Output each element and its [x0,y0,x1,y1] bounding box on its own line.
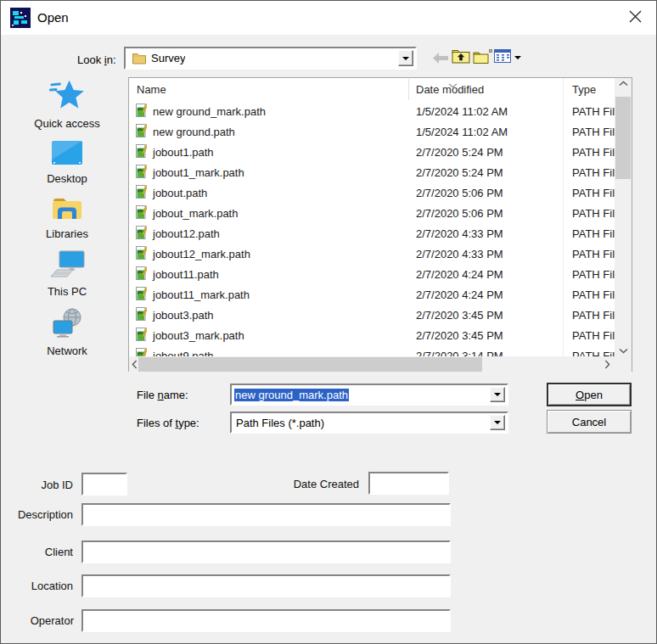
date-created-field[interactable] [368,472,449,495]
folder-icon [132,52,147,64]
vertical-scroll-thumb[interactable] [615,97,631,179]
files-of-type-label: Files of type: [137,417,199,429]
job-id-field[interactable] [81,473,127,496]
up-one-level-button[interactable] [452,48,470,67]
back-arrow-icon [431,52,450,68]
description-field[interactable] [81,503,451,526]
file-name-cell: jobout11_mark.path [153,288,250,301]
places-sidebar: Quick access Desktop Libraries This PC N… [21,79,113,357]
quick-access-icon [49,79,85,115]
file-row[interactable]: jobout3_mark.path 2/7/2020 3:45 PM PATH … [129,325,615,345]
close-button[interactable] [622,6,648,30]
location-field[interactable] [81,574,451,597]
file-row[interactable]: jobout_mark.path 2/7/2020 5:06 PM PATH F… [129,203,615,223]
path-file-icon [136,328,147,344]
client-field[interactable] [81,540,451,563]
new-folder-button[interactable] [473,48,493,68]
file-date-cell: 2/7/2020 5:24 PM [408,146,563,159]
file-name-cell: jobout12.path [153,227,220,240]
files-of-type-dropdown-button[interactable] [490,415,505,430]
file-type-cell: PATH Fil [563,248,615,260]
network-icon [50,308,84,342]
file-type-cell: PATH Fil [563,227,615,240]
sidebar-item-network[interactable]: Network [21,308,113,357]
up-folder-icon [452,48,470,67]
path-file-icon [136,165,147,181]
file-name-cell: jobout3_mark.path [153,329,244,342]
horizontal-scrollbar[interactable] [129,356,615,372]
path-file-icon [136,266,147,283]
sidebar-item-quick-access[interactable]: Quick access [21,79,113,130]
look-in-combobox[interactable]: Survey [124,47,417,70]
column-header-type[interactable]: Type [572,83,596,96]
file-type-cell: PATH Fil [563,350,615,357]
file-row[interactable]: jobout1.path 2/7/2020 5:24 PM PATH Fil [129,142,615,162]
caret-down-icon [494,421,501,424]
file-row[interactable]: jobout1_mark.path 2/7/2020 5:24 PM PATH … [129,162,615,182]
file-date-cell: 2/7/2020 4:33 PM [408,248,563,260]
file-name-cell: jobout3.path [153,309,214,322]
view-menu-button[interactable] [494,49,521,66]
file-type-cell: PATH Fil [563,309,615,322]
file-row[interactable]: jobout9.path 2/7/2020 3:14 PM PATH Fil [129,345,615,356]
files-of-type-combobox[interactable]: Path Files (*.path) [230,412,508,434]
scroll-up-icon[interactable] [615,81,632,87]
vertical-scrollbar[interactable] [615,78,632,356]
sidebar-item-label: Libraries [46,227,88,240]
file-row[interactable]: jobout.path 2/7/2020 5:06 PM PATH Fil [129,182,615,203]
file-row[interactable]: jobout3.path 2/7/2020 3:45 PM PATH Fil [129,305,615,325]
file-name-label: File name: [137,389,188,401]
file-row[interactable]: new ground.path 1/5/2024 11:02 AM PATH F… [129,121,615,142]
sidebar-item-this-pc[interactable]: This PC [21,250,113,298]
file-name-cell: jobout11.path [153,268,219,281]
file-name-cell: jobout12_mark.path [153,248,250,260]
scroll-left-icon[interactable] [132,356,138,372]
file-name-value[interactable]: new ground_mark.path [232,389,349,401]
path-file-icon [136,205,147,221]
date-created-label: Date Created [256,478,359,490]
file-type-cell: PATH Fil [563,288,615,301]
file-name-cell: new ground.path [153,126,235,138]
file-type-cell: PATH Fil [563,105,615,118]
sidebar-item-label: This PC [48,285,87,298]
file-name-dropdown-button[interactable] [490,387,505,402]
operator-label: Operator [1,614,74,627]
file-row[interactable]: jobout11_mark.path 2/7/2020 4:24 PM PATH… [129,284,615,305]
client-label: Client [1,546,73,558]
file-name-cell: jobout1.path [153,146,214,159]
file-list-header: Name Date modified Type [129,78,614,101]
file-row[interactable]: jobout12_mark.path 2/7/2020 4:33 PM PATH… [129,244,615,264]
open-button[interactable]: Open [547,383,632,406]
file-name-combobox[interactable]: new ground_mark.path [230,384,508,406]
scroll-right-icon[interactable] [604,356,610,372]
file-type-cell: PATH Fil [563,187,615,199]
scrollbar-corner [614,356,632,372]
location-label: Location [1,580,73,592]
open-dialog: Open Look in: Survey Quick access Deskto [0,0,657,644]
file-name-cell: new ground_mark.path [153,105,266,118]
operator-field[interactable] [81,609,451,632]
column-divider[interactable] [408,79,409,100]
files-of-type-value: Path Files (*.path) [232,417,324,429]
file-name-cell: jobout1_mark.path [153,166,244,179]
look-in-dropdown-button[interactable] [398,50,413,66]
file-name-cell: jobout_mark.path [153,207,238,220]
horizontal-scroll-thumb[interactable] [138,357,482,372]
new-folder-icon [473,48,493,68]
libraries-icon [51,195,83,225]
file-row[interactable]: jobout11.path 2/7/2020 4:24 PM PATH Fil [129,264,615,284]
sidebar-item-libraries[interactable]: Libraries [21,195,113,240]
file-name-cell: jobout9.path [153,350,214,357]
cancel-button[interactable]: Cancel [547,410,632,434]
file-row[interactable]: new ground_mark.path 1/5/2024 11:02 AM P… [129,101,615,121]
scroll-down-icon[interactable] [615,348,632,354]
path-file-icon [136,124,147,140]
path-file-icon [136,287,147,303]
file-type-cell: PATH Fil [563,268,615,281]
file-list: Name Date modified Type new ground_mark.… [128,77,632,372]
view-menu-caret-icon [514,56,521,59]
file-row[interactable]: jobout12.path 2/7/2020 4:33 PM PATH Fil [129,223,615,244]
column-header-name[interactable]: Name [137,83,166,96]
file-date-cell: 2/7/2020 3:45 PM [408,329,563,342]
sidebar-item-desktop[interactable]: Desktop [21,140,113,185]
